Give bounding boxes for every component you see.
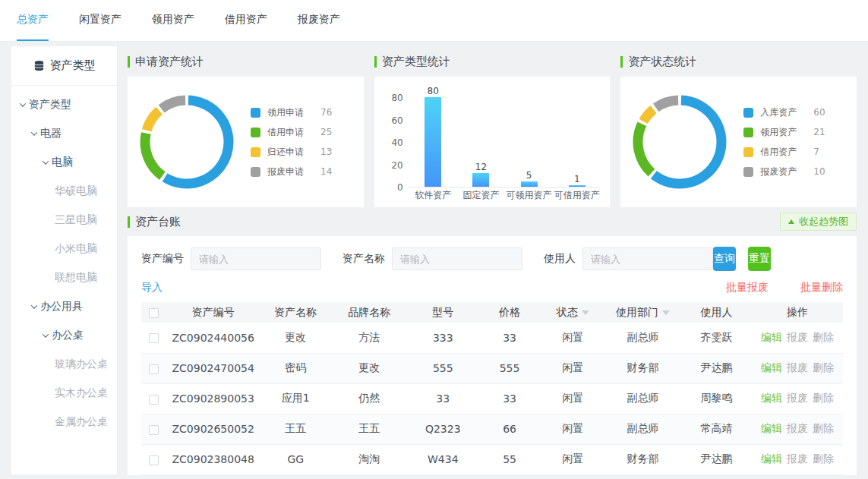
column-header-操作: 操作 (752, 302, 843, 323)
cell-brand: 仍然 (330, 383, 408, 414)
cell-model: 555 (408, 353, 478, 383)
asset-id-input[interactable] (191, 247, 321, 270)
legend-label: 报废资产 (760, 165, 813, 178)
tree-item-solid-wood-desk[interactable]: 实木办公桌 (11, 379, 117, 408)
tree-item-samsung-computer[interactable]: 三星电脑 (11, 206, 117, 235)
column-header-label: 型号 (432, 306, 453, 318)
batch-delete-link[interactable]: 批量删除 (800, 281, 843, 295)
legend-swatch (743, 128, 753, 137)
legend-item[interactable]: 借用申请25 (251, 122, 332, 142)
section-title-applications: 申请资产统计 (128, 46, 364, 77)
delete-button[interactable]: 删除 (813, 452, 834, 465)
legend-item[interactable]: 归还申请13 (251, 142, 332, 162)
tree-item-asus-computer[interactable]: 华硕电脑 (11, 177, 117, 206)
collapse-trend-button[interactable]: 收起趋势图 (780, 213, 857, 231)
tree-item-computer[interactable]: 电脑 (11, 148, 117, 177)
scrap-button[interactable]: 报废 (787, 422, 808, 434)
scrap-button[interactable]: 报废 (787, 392, 808, 404)
main-layout: 资产类型 资产类型电器电脑华硕电脑三星电脑小米电脑联想电脑办公用具办公桌玻璃办公… (0, 42, 868, 474)
legend-item[interactable]: 领用资产21 (743, 122, 825, 142)
legend-swatch (743, 108, 753, 118)
delete-button[interactable]: 删除 (813, 361, 834, 373)
cell-department: 副总师 (604, 323, 682, 353)
table-row: ZC0902650052王五王五Q232366闲置副总师常高靖编辑报废删除 (141, 414, 843, 444)
cell-user: 齐雯跃 (681, 323, 751, 353)
tree-item-label: 小米电脑 (55, 242, 97, 256)
column-header-label: 使用部门 (616, 306, 658, 318)
row-checkbox-cell (141, 444, 166, 474)
legend-swatch (251, 108, 260, 118)
tree-item-xiaomi-computer[interactable]: 小米电脑 (11, 235, 117, 263)
column-header-label: 价格 (499, 306, 520, 318)
tree-item-glass-desk[interactable]: 玻璃办公桌 (11, 350, 117, 379)
column-header-使用人: 使用人 (681, 302, 751, 323)
tree-item-electrical[interactable]: 电器 (11, 119, 117, 148)
batch-scrap-link[interactable]: 批量报废 (726, 281, 769, 295)
asset-name-label: 资产名称 (342, 252, 385, 266)
sidebar-title: 资产类型 (50, 58, 96, 73)
row-checkbox[interactable] (149, 395, 159, 405)
filter-funnel-icon[interactable] (662, 310, 670, 315)
scrap-button[interactable]: 报废 (787, 361, 808, 373)
column-header-使用部门: 使用部门 (604, 302, 682, 323)
chevron-down-icon (31, 129, 37, 135)
row-checkbox[interactable] (149, 425, 159, 435)
applications-chart-card: 领用申请76借用申请25归还申请13报废申请14 (128, 77, 364, 207)
tree-item-asset-type[interactable]: 资产类型 (11, 90, 117, 119)
legend-item[interactable]: 报废资产10 (743, 162, 825, 181)
app-root: 总资产闲置资产领用资产借用资产报废资产 资产类型 资产类型电器电脑华硕电脑三星电… (0, 0, 868, 479)
row-checkbox[interactable] (149, 333, 159, 343)
select-all-checkbox[interactable] (149, 308, 159, 318)
tree-item-office-desk[interactable]: 办公桌 (11, 321, 117, 350)
tab-borrowed-assets[interactable]: 借用资产 (225, 0, 267, 41)
delete-button[interactable]: 删除 (813, 422, 834, 434)
edit-button[interactable]: 编辑 (761, 452, 782, 465)
legend-item[interactable]: 报废申请14 (251, 162, 332, 181)
legend-item[interactable]: 借用资产7 (743, 142, 825, 162)
asset-status-chart-legend: 入库资产60领用资产21借用资产7报废资产10 (743, 102, 825, 181)
legend-value: 76 (320, 107, 332, 118)
bar-column: 12 (457, 86, 505, 187)
bar-column: 1 (553, 86, 601, 187)
scrap-button[interactable]: 报废 (787, 452, 808, 465)
column-header-label: 品牌名称 (348, 306, 390, 318)
asset-name-input[interactable] (392, 247, 522, 270)
import-link[interactable]: 导入 (141, 281, 163, 295)
row-checkbox[interactable] (149, 455, 159, 465)
cell-model: 33 (408, 383, 478, 414)
user-input[interactable] (582, 247, 713, 270)
asset-table-body: ZC0902440056更改方法33333闲置副总师齐雯跃编辑报废删除ZC090… (141, 323, 843, 474)
reset-button[interactable]: 重置 (748, 247, 771, 271)
edit-button[interactable]: 编辑 (761, 392, 782, 404)
tree-item-lenovo-computer[interactable]: 联想电脑 (11, 263, 117, 292)
section-title-ledger: 资产台账 (128, 206, 181, 237)
delete-button[interactable]: 删除 (813, 331, 834, 343)
tab-claimed-assets[interactable]: 领用资产 (152, 0, 194, 41)
tab-total-assets[interactable]: 总资产 (17, 0, 49, 41)
column-header-label: 操作 (787, 306, 808, 318)
top-tabbar: 总资产闲置资产领用资产借用资产报废资产 (0, 0, 868, 42)
column-header-状态: 状态 (541, 302, 604, 323)
edit-button[interactable]: 编辑 (761, 422, 782, 434)
cell-name: 应用1 (260, 383, 330, 414)
tree-item-metal-desk[interactable]: 金属办公桌 (11, 408, 117, 436)
row-checkbox[interactable] (149, 364, 159, 374)
donut-chart-asset-status (631, 93, 728, 191)
bar-value-label: 5 (526, 170, 532, 181)
search-button[interactable]: 查询 (713, 247, 736, 271)
cell-user: 尹达鹏 (681, 444, 751, 474)
scrap-button[interactable]: 报废 (787, 331, 808, 343)
edit-button[interactable]: 编辑 (761, 361, 782, 373)
row-checkbox-cell (141, 353, 166, 383)
tree-item-office-supplies[interactable]: 办公用具 (11, 292, 117, 321)
delete-button[interactable]: 删除 (813, 392, 834, 404)
tab-idle-assets[interactable]: 闲置资产 (79, 0, 122, 41)
filter-funnel-icon[interactable] (582, 310, 589, 315)
cell-price: 66 (478, 414, 541, 444)
cell-department: 副总师 (604, 414, 682, 444)
tab-scrapped-assets[interactable]: 报废资产 (298, 0, 340, 41)
legend-item[interactable]: 入库资产60 (743, 102, 825, 122)
edit-button[interactable]: 编辑 (761, 331, 782, 343)
legend-label: 领用申请 (267, 106, 320, 119)
legend-item[interactable]: 领用申请76 (251, 102, 332, 122)
